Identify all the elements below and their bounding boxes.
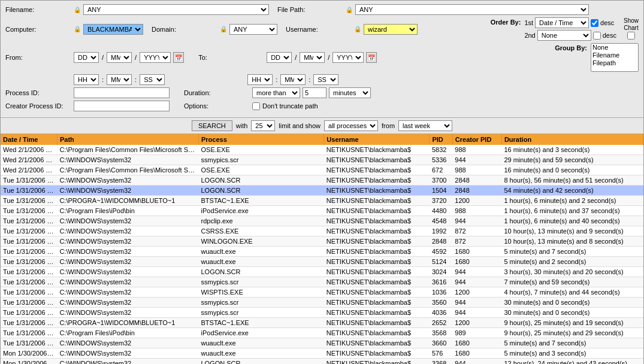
from-period-select[interactable]: last week — [398, 120, 452, 131]
col-duration[interactable]: Duration — [501, 134, 643, 145]
from-ss[interactable]: SS — [140, 74, 165, 85]
table-cell: LOGON.SCR — [198, 267, 323, 277]
table-cell: Tue 1/31/2006 9:36:07 PM — [1, 216, 57, 226]
table-cell: NETIKUSNET\blackmamba$ — [324, 328, 430, 338]
creator-process-id-label: Creator Process ID: — [5, 102, 71, 110]
table-row[interactable]: Tue 1/31/2006 1:44:34 AMC:\WINDOWS\syste… — [1, 338, 643, 348]
table-row[interactable]: Tue 1/31/2006 9:36:04 PMC:\WINDOWS\syste… — [1, 226, 643, 236]
group-by-none[interactable]: None — [592, 44, 637, 51]
table-row[interactable]: Wed 2/1/2006 9:11:39 AMC:\WINDOWS\system… — [1, 155, 643, 165]
table-cell: WISPTIS.EXE — [198, 287, 323, 298]
to-ss[interactable]: SS — [313, 74, 338, 85]
table-cell: NETIKUSNET\blackmamba$ — [324, 236, 430, 247]
col-datetime[interactable]: Date / Time — [1, 134, 57, 145]
dont-truncate-check[interactable] — [252, 102, 260, 110]
table-cell: 944 — [452, 359, 501, 365]
table-cell: 4036 — [430, 308, 452, 318]
table-cell: wuauclt.exe — [198, 247, 323, 257]
table-row[interactable]: Tue 1/31/2006 4:13:15 PMC:\WINDOWS\syste… — [1, 277, 643, 287]
group-by-label: Group By: — [555, 43, 587, 51]
col-username[interactable]: Username — [324, 134, 430, 145]
table-cell: 1680 — [452, 247, 501, 257]
order-2nd-select[interactable]: None — [537, 30, 591, 41]
table-cell: NETIKUSNET\blackmamba$ — [324, 175, 430, 186]
table-cell: 3660 — [430, 338, 452, 348]
table-cell: 16 minute(s) and 0 second(s) — [501, 165, 643, 175]
table-row[interactable]: Tue 1/31/2006 9:46:35 PMC:\WINDOWS\syste… — [1, 186, 643, 196]
table-row[interactable]: Tue 1/31/2006 9:29:40 PMC:\WINDOWS\syste… — [1, 247, 643, 257]
group-by-filepath[interactable]: Filepath — [592, 59, 637, 67]
group-by-filename[interactable]: Filename — [592, 51, 637, 59]
process-id-input[interactable] — [74, 87, 170, 98]
table-cell: 5 minute(s) and 3 second(s) — [501, 348, 643, 359]
lock-icon: 🔒 — [74, 7, 81, 13]
show-chart-check[interactable] — [627, 32, 635, 40]
from-min[interactable]: MM — [107, 74, 132, 85]
table-cell: 1200 — [452, 318, 501, 328]
table-cell: Tue 1/31/2006 9:29:40 PM — [1, 247, 57, 257]
col-pid[interactable]: PID — [430, 134, 452, 145]
from-cal-icon[interactable]: 📅 — [173, 52, 184, 63]
table-row[interactable]: Tue 1/31/2006 8:30:04 AMC:\PROGRA~1\WIDC… — [1, 318, 643, 328]
search-button[interactable]: SEARCH — [192, 120, 232, 131]
duration-value-input[interactable] — [303, 87, 326, 98]
from-yyyy[interactable]: YYYY — [140, 52, 171, 63]
duration-unit-select[interactable]: minutes — [329, 87, 371, 98]
col-process[interactable]: Process — [198, 134, 323, 145]
table-cell: 1200 — [452, 287, 501, 298]
table-cell: C:\PROGRA~1\WIDCOMM\BLUETO~1 — [57, 318, 198, 328]
to-cal-icon[interactable]: 📅 — [366, 52, 377, 63]
table-cell: C:\WINDOWS\system32 — [57, 175, 198, 186]
table-cell: 3368 — [430, 359, 452, 365]
from-mm[interactable]: MM — [107, 52, 132, 63]
table-row[interactable]: Tue 1/31/2006 9:12:43 PMC:\WINDOWS\syste… — [1, 257, 643, 267]
col-path[interactable]: Path — [57, 134, 198, 145]
table-row[interactable]: Tue 1/31/2006 6:05:45 PMC:\WINDOWS\syste… — [1, 267, 643, 277]
table-cell: NETIKUSNET\blackmamba$ — [324, 145, 430, 155]
table-cell: C:\WINDOWS\system32 — [57, 186, 198, 196]
domain-select[interactable]: ANY — [229, 24, 277, 35]
duration-comparator-select[interactable]: more than — [252, 87, 300, 98]
order-by-label: Order By: — [491, 17, 521, 26]
table-row[interactable]: Tue 1/31/2006 9:36:12 PMC:\Program Files… — [1, 206, 643, 216]
table-cell: C:\WINDOWS\system32 — [57, 287, 198, 298]
order-1st-select[interactable]: Date / Time — [535, 17, 589, 28]
from-hh[interactable]: HH — [74, 74, 99, 85]
table-row[interactable]: Tue 1/31/2006 10:39:43 AMC:\WINDOWS\syst… — [1, 298, 643, 308]
from-dd[interactable]: DD — [74, 52, 99, 63]
table-row[interactable]: Tue 1/31/2006 9:36:04 PMC:\WINDOWS\syste… — [1, 236, 643, 247]
table-cell: 872 — [452, 226, 501, 236]
table-cell: 944 — [452, 216, 501, 226]
table-cell: LOGON.SCR — [198, 359, 323, 365]
limit-type-select[interactable]: all processes — [324, 120, 378, 131]
table-row[interactable]: Tue 1/31/2006 10:52:17 PMC:\WINDOWS\syst… — [1, 175, 643, 186]
to-hh[interactable]: HH — [247, 74, 273, 85]
table-row[interactable]: Mon 1/30/2006 12:43 PMC:\WINDOWS\system3… — [1, 348, 643, 359]
creator-process-id-input[interactable] — [74, 101, 170, 111]
computer-select[interactable]: BLACKMAMBA — [83, 24, 143, 35]
table-row[interactable]: Tue 1/31/2006 9:36:07 PMC:\WINDOWS\syste… — [1, 216, 643, 226]
group-by-listbox[interactable]: None Filename Filepath — [591, 43, 639, 72]
table-row[interactable]: Mon 1/30/2006 6:05:02 PMC:\WINDOWS\syste… — [1, 359, 643, 365]
to-yyyy[interactable]: YYYY — [332, 52, 364, 63]
order-2nd-desc-check[interactable] — [593, 32, 601, 40]
table-row[interactable]: Tue 1/31/2006 9:39:30 AMC:\WINDOWS\syste… — [1, 308, 643, 318]
table-row[interactable]: Tue 1/31/2006 1:47:42 PMC:\WINDOWS\syste… — [1, 287, 643, 298]
col-creator[interactable]: Creator PID — [452, 134, 501, 145]
limit-count-select[interactable]: 25 — [251, 120, 275, 131]
table-cell: 2652 — [430, 318, 452, 328]
to-dd[interactable]: DD — [267, 52, 292, 63]
table-row[interactable]: Tue 1/31/2006 8:29:56 AMC:\Program Files… — [1, 328, 643, 338]
table-row[interactable]: Wed 2/1/2006 9:55:10 AMC:\Program Files\… — [1, 145, 643, 155]
filepath-select[interactable]: ANY — [355, 4, 589, 15]
table-cell: Tue 1/31/2006 9:36:45 PM — [1, 196, 57, 206]
to-mm[interactable]: MM — [300, 52, 325, 63]
order-1st-desc-check[interactable] — [591, 19, 598, 27]
table-cell: Tue 1/31/2006 9:39:30 AM — [1, 308, 57, 318]
username-select[interactable]: wizard — [364, 24, 418, 35]
table-row[interactable]: Tue 1/31/2006 9:36:45 PMC:\PROGRA~1\WIDC… — [1, 196, 643, 206]
table-row[interactable]: Wed 2/1/2006 9:07:15 AMC:\Program Files\… — [1, 165, 643, 175]
to-min[interactable]: MM — [280, 74, 306, 85]
filename-select[interactable]: ANY — [83, 4, 269, 15]
table-cell: 5 minute(s) and 7 second(s) — [501, 338, 643, 348]
